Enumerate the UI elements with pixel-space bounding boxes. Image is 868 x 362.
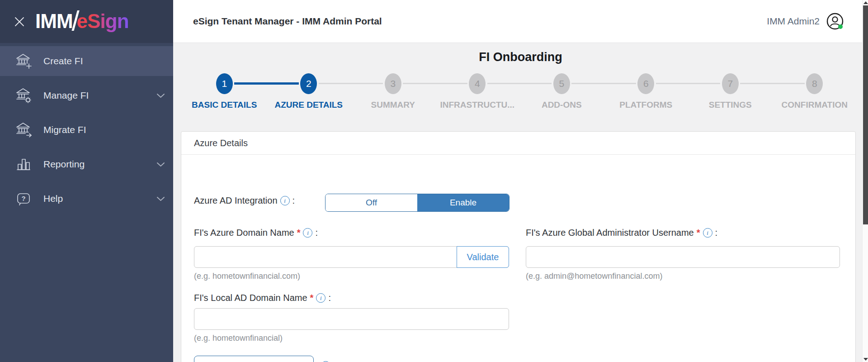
bar-chart-icon (15, 156, 32, 173)
step-label: CONFIRMATION (773, 100, 857, 110)
step-number: 4 (469, 73, 486, 94)
sidebar-item-manage-fi[interactable]: Manage FI (0, 81, 173, 110)
local-ad-domain-hint: (e.g. hometownfinancial) (194, 333, 283, 343)
app-title: eSign Tenant Manager - IMM Admin Portal (193, 16, 382, 27)
label-colon: : (715, 228, 718, 238)
label-colon: : (292, 195, 295, 206)
main-content: FI Onboarding 1 BASIC DETAILS 2 AZURE DE… (173, 43, 868, 362)
step-platforms[interactable]: 6 PLATFORMS (604, 73, 689, 110)
sidebar-menu: Create FI Manage FI Migrate FI (0, 46, 173, 214)
step-basic-details[interactable]: 1 BASIC DETAILS (182, 73, 267, 110)
sidebar-item-reporting[interactable]: Reporting (0, 149, 173, 179)
required-asterisk: * (297, 228, 301, 238)
vertical-scrollbar (862, 0, 868, 362)
bank-plus-icon (15, 52, 32, 70)
user-area: IMM Admin2 (767, 12, 844, 31)
sidebar-item-label: Create FI (43, 56, 83, 67)
sidebar-item-label: Manage FI (43, 90, 89, 101)
logo-slash: / (72, 8, 80, 33)
scrollbar-thumb[interactable] (863, 5, 868, 224)
step-settings[interactable]: 7 SETTINGS (688, 73, 773, 110)
local-ad-domain-label: FI's Local AD Domain Name * i : (194, 293, 331, 303)
bank-arrow-icon (15, 121, 32, 138)
sidebar-item-create-fi[interactable]: Create FI (0, 46, 173, 76)
user-name: IMM Admin2 (767, 16, 820, 27)
azure-ad-toggle: Off Enable (325, 194, 509, 212)
step-number: 2 (300, 73, 317, 94)
required-asterisk: * (310, 293, 314, 303)
chevron-down-icon (156, 162, 165, 167)
validate-button[interactable]: Validate (457, 246, 509, 268)
step-number: 7 (722, 73, 739, 94)
add-additional-domains-button[interactable]: Add Additional Domains (194, 356, 314, 362)
sidebar-item-help[interactable]: ? Help (0, 184, 173, 214)
step-number: 6 (637, 73, 654, 94)
local-ad-domain-input[interactable] (194, 308, 509, 330)
sidebar: IMM/eSign Create FI Manage FI (0, 0, 173, 362)
label-text: Azure AD Integration (194, 195, 278, 206)
step-label: AZURE DETAILS (267, 100, 351, 110)
step-number: 5 (553, 73, 570, 94)
azure-domain-label: FI's Azure Domain Name * i : (194, 228, 318, 238)
global-admin-label: FI's Azure Global Administrator Username… (526, 228, 717, 238)
svg-text:?: ? (21, 195, 25, 202)
logo-imm-text: IMM (35, 10, 73, 33)
required-asterisk: * (697, 228, 700, 238)
label-colon: : (328, 293, 331, 303)
step-label: BASIC DETAILS (182, 100, 267, 110)
sidebar-item-label: Help (43, 193, 63, 204)
azure-domain-hint: (e.g. hometownfinancial.com) (194, 272, 300, 281)
info-icon[interactable]: i (280, 196, 290, 205)
step-number: 1 (216, 73, 233, 94)
step-confirmation[interactable]: 8 CONFIRMATION (773, 73, 857, 110)
label-text: FI's Azure Domain Name (194, 228, 294, 238)
info-icon[interactable]: i (703, 228, 712, 238)
step-number: 8 (806, 73, 823, 94)
toggle-enable-option[interactable]: Enable (417, 194, 509, 211)
sidebar-item-migrate-fi[interactable]: Migrate FI (0, 115, 173, 145)
toggle-off-option[interactable]: Off (326, 194, 417, 211)
info-icon[interactable]: i (303, 228, 312, 238)
step-label: INFRASTRUCTU... (435, 100, 520, 110)
sidebar-logo-bar: IMM/eSign (0, 0, 173, 43)
close-icon[interactable] (14, 16, 25, 28)
step-number: 3 (385, 73, 401, 94)
scroll-up-arrow-icon[interactable] (863, 1, 868, 4)
top-header: eSign Tenant Manager - IMM Admin Portal … (173, 0, 868, 43)
step-summary[interactable]: 3 SUMMARY (351, 73, 435, 110)
info-icon[interactable]: i (316, 293, 326, 303)
step-label: ADD-ONS (519, 100, 604, 110)
step-infrastructure[interactable]: 4 INFRASTRUCTU... (435, 73, 520, 110)
scroll-down-arrow-icon[interactable] (863, 358, 868, 361)
sidebar-item-label: Migrate FI (43, 124, 86, 135)
step-azure-details[interactable]: 2 AZURE DETAILS (267, 73, 351, 110)
label-text: FI's Local AD Domain Name (194, 293, 307, 303)
step-label: PLATFORMS (604, 100, 689, 110)
user-avatar-icon[interactable] (826, 12, 844, 31)
imm-esign-logo: IMM/eSign (35, 9, 129, 34)
global-admin-hint: (e.g. admin@hometownfinancial.com) (526, 272, 662, 281)
bank-gear-icon (15, 87, 32, 104)
sidebar-item-label: Reporting (43, 159, 85, 170)
global-admin-input[interactable] (526, 246, 840, 268)
chevron-down-icon (156, 196, 165, 201)
logo-esign-text: eSign (77, 10, 129, 33)
step-add-ons[interactable]: 5 ADD-ONS (519, 73, 604, 110)
chevron-down-icon (156, 93, 165, 98)
help-bubble-icon: ? (15, 190, 32, 207)
onboarding-stepper: 1 BASIC DETAILS 2 AZURE DETAILS 3 SUMMAR… (182, 73, 857, 110)
azure-details-form: Azure AD Integration i : Off Enable FI's… (181, 155, 855, 362)
page-title: FI Onboarding (173, 50, 868, 64)
label-colon: : (315, 228, 318, 238)
azure-ad-integration-label: Azure AD Integration i : (194, 195, 295, 206)
step-label: SETTINGS (688, 100, 773, 110)
label-text: FI's Azure Global Administrator Username (526, 228, 694, 238)
card-title: Azure Details (181, 132, 855, 155)
azure-details-card: Azure Details Azure AD Integration i : O… (181, 131, 856, 362)
step-label: SUMMARY (351, 100, 435, 110)
